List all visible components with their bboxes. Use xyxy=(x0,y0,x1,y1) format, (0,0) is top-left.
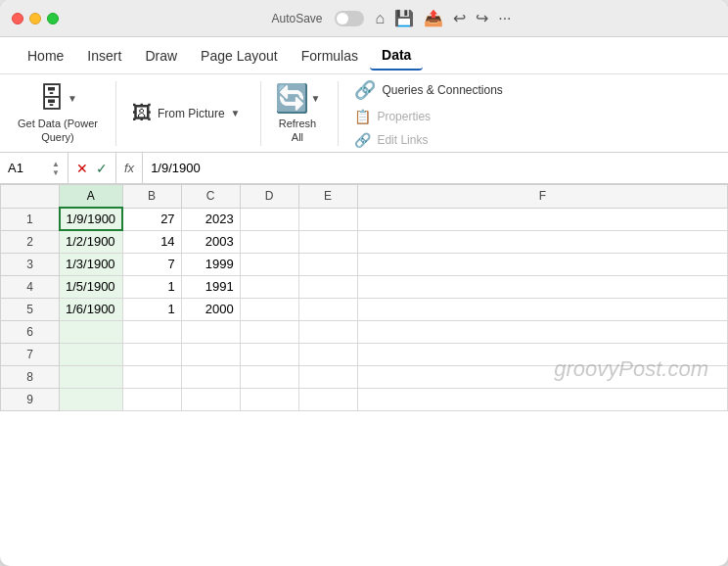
cell[interactable] xyxy=(298,230,357,253)
row-header-4[interactable]: 4 xyxy=(1,275,60,298)
cell[interactable] xyxy=(357,298,727,320)
cell[interactable]: 1/6/1900 xyxy=(60,298,123,320)
cell[interactable]: 1/9/1900 xyxy=(60,208,123,230)
cell[interactable] xyxy=(122,343,181,365)
cell[interactable] xyxy=(298,253,357,275)
menu-home[interactable]: Home xyxy=(16,42,75,70)
cell-reference-box[interactable]: A1 ▲ ▼ xyxy=(0,153,68,183)
menu-draw[interactable]: Draw xyxy=(133,42,189,70)
properties-button[interactable]: 📋 Properties xyxy=(346,106,510,127)
cell[interactable]: 1/5/1900 xyxy=(60,275,123,298)
col-header-B[interactable]: B xyxy=(122,185,181,209)
refresh-all-button[interactable]: 🔄 ▼ RefreshAll xyxy=(269,78,327,149)
minimize-button[interactable] xyxy=(29,13,41,24)
cell[interactable] xyxy=(298,365,357,388)
col-header-A[interactable]: A xyxy=(60,185,123,209)
stepper-up-icon[interactable]: ▲ xyxy=(52,160,60,168)
ribbon-group-refresh: 🔄 ▼ RefreshAll xyxy=(269,81,340,146)
row-header-6[interactable]: 6 xyxy=(1,320,60,343)
cell[interactable]: 2003 xyxy=(181,230,240,253)
stepper-down-icon[interactable]: ▼ xyxy=(52,168,60,177)
cell[interactable] xyxy=(357,275,727,298)
menu-data[interactable]: Data xyxy=(370,41,423,71)
redo-icon[interactable]: ↪ xyxy=(476,9,488,27)
cell[interactable] xyxy=(240,320,298,343)
cell[interactable] xyxy=(298,208,357,230)
row-header-1[interactable]: 1 xyxy=(1,208,60,230)
cell[interactable]: 2000 xyxy=(181,298,240,320)
cell[interactable] xyxy=(240,388,298,410)
cell[interactable]: 1 xyxy=(122,275,181,298)
cell[interactable] xyxy=(181,343,240,365)
cell[interactable] xyxy=(240,208,298,230)
cell[interactable] xyxy=(240,298,298,320)
cancel-formula-icon[interactable]: ✕ xyxy=(76,161,88,176)
cell[interactable] xyxy=(357,365,727,388)
row-header-5[interactable]: 5 xyxy=(1,298,60,320)
autosave-toggle[interactable] xyxy=(335,11,364,26)
col-header-E[interactable]: E xyxy=(298,185,357,209)
cell[interactable] xyxy=(181,365,240,388)
cell[interactable] xyxy=(298,298,357,320)
get-data-button[interactable]: 🗄 ▼ Get Data (PowerQuery) xyxy=(12,78,104,149)
cell[interactable] xyxy=(240,230,298,253)
cell[interactable]: 1 xyxy=(122,298,181,320)
col-header-D[interactable]: D xyxy=(240,185,298,209)
queries-connections-button[interactable]: 🔗 Queries & Connections xyxy=(346,76,510,104)
cell[interactable]: 14 xyxy=(122,230,181,253)
menu-formulas[interactable]: Formulas xyxy=(290,42,370,70)
row-header-8[interactable]: 8 xyxy=(1,365,60,388)
cell[interactable] xyxy=(122,320,181,343)
cell[interactable] xyxy=(240,275,298,298)
row-header-3[interactable]: 3 xyxy=(1,253,60,275)
cell[interactable] xyxy=(122,388,181,410)
cell[interactable] xyxy=(298,320,357,343)
formula-input[interactable]: 1/9/1900 xyxy=(143,161,728,175)
cell[interactable] xyxy=(298,275,357,298)
cell[interactable] xyxy=(60,343,123,365)
cell[interactable] xyxy=(60,320,123,343)
edit-links-button[interactable]: 🔗 Edit Links xyxy=(346,129,510,151)
cell[interactable] xyxy=(60,388,123,410)
cell[interactable]: 1999 xyxy=(181,253,240,275)
cell[interactable]: 7 xyxy=(122,253,181,275)
cell[interactable]: 1/3/1900 xyxy=(60,253,123,275)
cell[interactable] xyxy=(298,343,357,365)
ribbon-group-from-picture: 🖼 From Picture ▼ xyxy=(124,81,261,146)
cell[interactable] xyxy=(357,388,727,410)
cell[interactable] xyxy=(181,388,240,410)
save-icon[interactable]: 💾 xyxy=(394,9,414,27)
more-icon[interactable]: ··· xyxy=(498,10,511,27)
cell[interactable] xyxy=(298,388,357,410)
cell[interactable]: 27 xyxy=(122,208,181,230)
home-icon[interactable]: ⌂ xyxy=(376,10,386,27)
col-header-F[interactable]: F xyxy=(357,185,727,209)
cell[interactable] xyxy=(181,320,240,343)
undo-icon[interactable]: ↩ xyxy=(453,9,466,27)
from-picture-button[interactable]: 🖼 From Picture ▼ xyxy=(124,99,249,127)
cell[interactable] xyxy=(122,365,181,388)
cell[interactable] xyxy=(240,365,298,388)
cell[interactable] xyxy=(357,208,727,230)
cell[interactable] xyxy=(357,320,727,343)
save-as-icon[interactable]: 📤 xyxy=(424,9,443,27)
maximize-button[interactable] xyxy=(47,13,59,24)
cell[interactable]: 2023 xyxy=(181,208,240,230)
close-button[interactable] xyxy=(12,13,23,24)
cell[interactable]: 1/2/1900 xyxy=(60,230,123,253)
cell[interactable] xyxy=(357,343,727,365)
cell[interactable] xyxy=(357,230,727,253)
row-header-9[interactable]: 9 xyxy=(1,388,60,410)
cell[interactable] xyxy=(240,343,298,365)
confirm-formula-icon[interactable]: ✓ xyxy=(96,161,108,176)
row-header-7[interactable]: 7 xyxy=(1,343,60,365)
col-header-C[interactable]: C xyxy=(181,185,240,209)
menu-insert[interactable]: Insert xyxy=(75,42,133,70)
menu-page-layout[interactable]: Page Layout xyxy=(189,42,290,70)
row-header-2[interactable]: 2 xyxy=(1,230,60,253)
cell[interactable]: 1991 xyxy=(181,275,240,298)
cell[interactable] xyxy=(240,253,298,275)
cell[interactable] xyxy=(357,253,727,275)
cell[interactable] xyxy=(60,365,123,388)
cell-ref-stepper[interactable]: ▲ ▼ xyxy=(52,160,60,177)
